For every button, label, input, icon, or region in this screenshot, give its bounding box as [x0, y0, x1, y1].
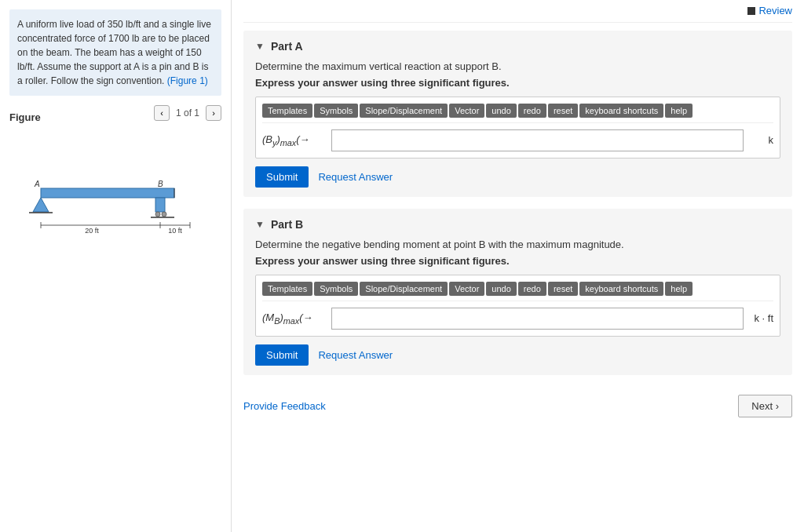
part-a-title: Part A — [271, 40, 303, 53]
part-a-unit: k — [750, 134, 773, 146]
part-b-redo-btn[interactable]: redo — [518, 282, 546, 296]
part-b-arrow[interactable]: ▼ — [255, 219, 265, 230]
svg-marker-1 — [33, 198, 49, 212]
part-a-help-btn[interactable]: help — [665, 104, 693, 118]
part-b-title: Part B — [271, 218, 303, 231]
part-a-reset-btn[interactable]: reset — [548, 104, 578, 118]
svg-rect-3 — [155, 198, 165, 212]
part-a-toolbar: Templates Symbols Slope/Displacement Vec… — [262, 104, 773, 123]
part-a-request-answer-link[interactable]: Request Answer — [318, 171, 393, 183]
part-b-actions: Submit Request Answer — [255, 344, 780, 366]
part-a-instruction: Express your answer using three signific… — [255, 77, 780, 89]
sidebar: A uniform live load of 350 lb/ft and a s… — [0, 0, 232, 532]
part-b-symbols-btn[interactable]: Symbols — [314, 282, 358, 296]
part-a-input-label: (By)max(→ — [262, 133, 325, 148]
part-b-slope-btn[interactable]: Slope/Displacement — [360, 282, 448, 296]
figure-drawing: A B 20 ft 10 ft — [9, 153, 221, 250]
svg-text:10 ft: 10 ft — [168, 227, 182, 235]
figure-section: Figure ‹ 1 of 1 › — [9, 111, 221, 250]
part-a-header: ▼ Part A — [255, 40, 780, 53]
beam-svg: A B 20 ft 10 ft — [17, 161, 206, 239]
problem-text: A uniform live load of 350 lb/ft and a s… — [9, 9, 221, 96]
part-a-math-area: Templates Symbols Slope/Displacement Vec… — [255, 97, 780, 159]
part-b-answer-input[interactable] — [331, 308, 744, 330]
part-b-help-btn[interactable]: help — [665, 282, 693, 296]
part-a-arrow[interactable]: ▼ — [255, 41, 265, 52]
part-b-toolbar: Templates Symbols Slope/Displacement Vec… — [262, 282, 773, 301]
part-b-templates-btn[interactable]: Templates — [262, 282, 312, 296]
review-label: Review — [758, 5, 792, 16]
part-b-submit-button[interactable]: Submit — [255, 344, 309, 366]
part-b-request-answer-link[interactable]: Request Answer — [318, 349, 393, 361]
part-a-templates-btn[interactable]: Templates — [262, 104, 312, 118]
part-b-section: ▼ Part B Determine the negative bending … — [243, 209, 792, 375]
svg-point-4 — [155, 212, 160, 217]
part-a-symbols-btn[interactable]: Symbols — [314, 104, 358, 118]
part-a-slope-btn[interactable]: Slope/Displacement — [360, 104, 448, 118]
part-b-reset-btn[interactable]: reset — [548, 282, 578, 296]
part-b-vector-btn[interactable]: Vector — [449, 282, 484, 296]
part-a-answer-input[interactable] — [331, 129, 744, 151]
part-b-unit: k · ft — [750, 312, 773, 324]
part-a-actions: Submit Request Answer — [255, 166, 780, 188]
svg-text:20 ft: 20 ft — [85, 227, 99, 235]
part-b-undo-btn[interactable]: undo — [486, 282, 516, 296]
part-b-header: ▼ Part B — [255, 218, 780, 231]
figure-prev-button[interactable]: ‹ — [154, 105, 170, 121]
svg-rect-0 — [41, 188, 174, 198]
part-a-redo-btn[interactable]: redo — [518, 104, 546, 118]
next-button[interactable]: Next › — [738, 395, 792, 417]
figure-navigation: ‹ 1 of 1 › — [154, 105, 221, 121]
svg-text:B: B — [158, 180, 163, 188]
figure-title: Figure — [9, 111, 41, 123]
part-a-undo-btn[interactable]: undo — [486, 104, 516, 118]
part-a-vector-btn[interactable]: Vector — [449, 104, 484, 118]
part-b-keyboard-btn[interactable]: keyboard shortcuts — [579, 282, 663, 296]
figure-page-indicator: 1 of 1 — [176, 107, 199, 118]
bottom-bar: Provide Feedback Next › — [243, 387, 792, 425]
part-a-submit-button[interactable]: Submit — [255, 166, 309, 188]
review-link[interactable]: Review — [747, 5, 792, 16]
svg-point-5 — [162, 212, 166, 217]
part-b-input-label: (MB)max(→ — [262, 312, 325, 326]
main-content: Review ▼ Part A Determine the maximum ve… — [232, 0, 804, 532]
provide-feedback-link[interactable]: Provide Feedback — [243, 400, 326, 412]
part-b-input-row: (MB)max(→ k · ft — [262, 308, 773, 330]
part-a-input-row: (By)max(→ k — [262, 129, 773, 151]
part-b-math-area: Templates Symbols Slope/Displacement Vec… — [255, 275, 780, 337]
part-a-description: Determine the maximum vertical reaction … — [255, 60, 780, 72]
part-b-instruction: Express your answer using three signific… — [255, 255, 780, 267]
part-a-section: ▼ Part A Determine the maximum vertical … — [243, 31, 792, 197]
review-bar: Review — [243, 0, 792, 23]
part-b-description: Determine the negative bending moment at… — [255, 239, 780, 250]
svg-text:A: A — [34, 180, 40, 188]
figure-next-button[interactable]: › — [206, 105, 221, 121]
review-icon — [747, 7, 755, 15]
part-a-keyboard-btn[interactable]: keyboard shortcuts — [579, 104, 663, 118]
figure-link[interactable]: (Figure 1) — [167, 75, 208, 86]
